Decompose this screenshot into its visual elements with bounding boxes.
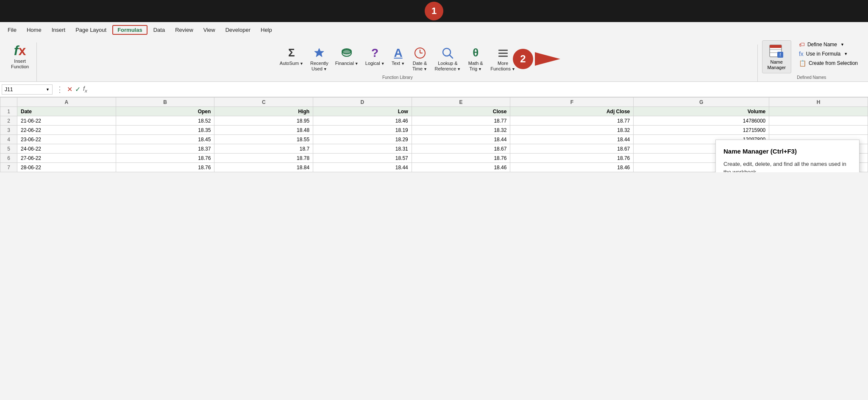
more-functions-button[interactable]: MoreFunctions▼ 2 [488, 45, 518, 73]
financial-label: Financial▼ [335, 61, 359, 66]
cell-h3[interactable] [769, 126, 868, 135]
cell-b3[interactable]: 18.35 [116, 126, 214, 135]
create-from-selection-button[interactable]: 📋 Create from Selection [796, 59, 861, 67]
menu-file[interactable]: File [3, 25, 21, 35]
cell-d7[interactable]: 18.44 [313, 163, 412, 172]
col-header-b[interactable]: B [116, 98, 214, 107]
row-header-2: 2 [0, 116, 17, 126]
menu-data[interactable]: Data [149, 25, 169, 35]
col-header-g[interactable]: G [634, 98, 769, 107]
cell-b5[interactable]: 18.37 [116, 144, 214, 154]
cell-b1[interactable]: Open [116, 107, 214, 116]
define-name-icon: 🏷 [799, 41, 805, 48]
cell-a7[interactable]: 28-06-22 [17, 163, 116, 172]
cell-g2[interactable]: 14786000 [634, 116, 769, 126]
cell-d4[interactable]: 18.29 [313, 135, 412, 144]
menu-developer[interactable]: Developer [221, 25, 255, 35]
cell-b6[interactable]: 18.76 [116, 154, 214, 163]
lookup-reference-icon [441, 46, 454, 60]
cell-c6[interactable]: 18.78 [214, 154, 313, 163]
annotation-arrow: 2 [513, 49, 560, 69]
svg-rect-10 [498, 50, 508, 51]
cell-c7[interactable]: 18.84 [214, 163, 313, 172]
formula-fx-icon[interactable]: fx [83, 85, 87, 93]
cell-a4[interactable]: 23-06-22 [17, 135, 116, 144]
col-header-c[interactable]: C [214, 98, 313, 107]
cell-e3[interactable]: 18.32 [412, 126, 510, 135]
cell-e7[interactable]: 18.46 [412, 163, 510, 172]
cancel-icon[interactable]: ✕ [67, 85, 72, 93]
confirm-icon[interactable]: ✓ [75, 85, 81, 93]
cell-e6[interactable]: 18.76 [412, 154, 510, 163]
col-header-h[interactable]: H [769, 98, 868, 107]
cell-b2[interactable]: 18.52 [116, 116, 214, 126]
cell-c3[interactable]: 18.48 [214, 126, 313, 135]
cell-c2[interactable]: 18.95 [214, 116, 313, 126]
menu-help[interactable]: Help [256, 25, 276, 35]
math-trig-button[interactable]: θ Math &Trig▼ [465, 45, 486, 73]
cell-d2[interactable]: 18.46 [313, 116, 412, 126]
cell-d1[interactable]: Low [313, 107, 412, 116]
cell-a5[interactable]: 24-06-22 [17, 144, 116, 154]
menu-home[interactable]: Home [22, 25, 46, 35]
cell-f2[interactable]: 18.77 [510, 116, 634, 126]
date-time-button[interactable]: Date &Time▼ [409, 45, 431, 73]
formula-input[interactable] [89, 86, 866, 92]
cell-c1[interactable]: High [214, 107, 313, 116]
cell-e1[interactable]: Close [412, 107, 510, 116]
name-box[interactable]: J11 ▼ [2, 84, 53, 95]
cell-a1[interactable]: Date [17, 107, 116, 116]
cell-c5[interactable]: 18.7 [214, 144, 313, 154]
cell-h1[interactable] [769, 107, 868, 116]
cell-e4[interactable]: 18.44 [412, 135, 510, 144]
menu-formulas[interactable]: Formulas [112, 25, 147, 35]
cell-a2[interactable]: 21-06-22 [17, 116, 116, 126]
cell-c4[interactable]: 18.55 [214, 135, 313, 144]
cell-e2[interactable]: 18.77 [412, 116, 510, 126]
use-in-formula-button[interactable]: fx Use in Formula ▼ [796, 50, 861, 58]
col-header-d[interactable]: D [313, 98, 412, 107]
menu-page-layout[interactable]: Page Layout [71, 25, 111, 35]
name-box-value: J11 [5, 87, 13, 92]
text-button[interactable]: A Text▼ [389, 45, 408, 68]
spreadsheet: A B C D E F G H 1 Date Open High Low Clo… [0, 97, 868, 172]
insert-function-button[interactable]: fx InsertFunction [7, 42, 33, 71]
top-bar: 1 [0, 0, 868, 22]
row-header-1: 1 [0, 107, 17, 116]
cell-f3[interactable]: 18.32 [510, 126, 634, 135]
name-manager-button[interactable]: f NameManager [762, 40, 791, 73]
cell-g1[interactable]: Volume [634, 107, 769, 116]
menu-insert[interactable]: Insert [47, 25, 70, 35]
define-name-button[interactable]: 🏷 Define Name ▼ [796, 40, 861, 49]
cell-f7[interactable]: 18.46 [510, 163, 634, 172]
date-time-icon [413, 46, 427, 60]
financial-button[interactable]: Financial▼ [333, 45, 361, 68]
svg-rect-12 [498, 56, 508, 57]
more-functions-label: MoreFunctions▼ [490, 61, 515, 72]
cell-f1[interactable]: Adj Close [510, 107, 634, 116]
recently-used-button[interactable]: RecentlyUsed▼ [308, 45, 331, 73]
cell-f6[interactable]: 18.76 [510, 154, 634, 163]
menu-view[interactable]: View [199, 25, 220, 35]
col-header-f[interactable]: F [510, 98, 634, 107]
cell-a6[interactable]: 27-06-22 [17, 154, 116, 163]
autosum-button[interactable]: Σ AutoSum▼ [277, 45, 306, 68]
cell-b4[interactable]: 18.45 [116, 135, 214, 144]
cell-f4[interactable]: 18.44 [510, 135, 634, 144]
cell-d5[interactable]: 18.31 [313, 144, 412, 154]
lookup-reference-button[interactable]: Lookup &Reference▼ [432, 45, 464, 73]
cell-e5[interactable]: 18.67 [412, 144, 510, 154]
logical-button[interactable]: ? Logical▼ [363, 45, 387, 68]
cell-h2[interactable] [769, 116, 868, 126]
col-header-a[interactable]: A [17, 98, 116, 107]
cell-d6[interactable]: 18.57 [313, 154, 412, 163]
cell-g3[interactable]: 12715900 [634, 126, 769, 135]
svg-rect-14 [770, 45, 782, 48]
cell-b7[interactable]: 18.76 [116, 163, 214, 172]
col-header-e[interactable]: E [412, 98, 510, 107]
cell-f5[interactable]: 18.67 [510, 144, 634, 154]
cell-d3[interactable]: 18.19 [313, 126, 412, 135]
menu-review[interactable]: Review [171, 25, 198, 35]
table-row: 1 Date Open High Low Close Adj Close Vol… [0, 107, 868, 116]
cell-a3[interactable]: 22-06-22 [17, 126, 116, 135]
